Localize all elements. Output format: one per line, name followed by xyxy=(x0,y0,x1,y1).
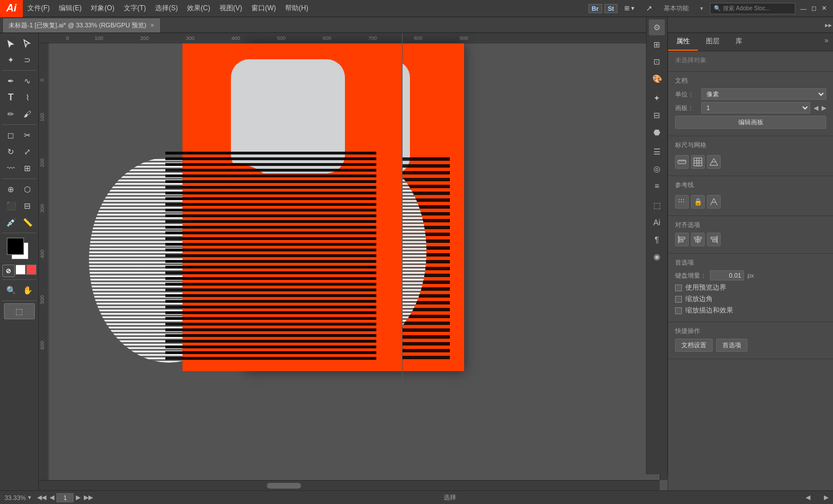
artboard-tool[interactable]: ⬚ xyxy=(4,303,35,319)
appearance-icon-btn[interactable]: ◎ xyxy=(649,161,665,177)
tab-properties[interactable]: 属性 xyxy=(668,33,698,51)
scale-strokes-checkbox[interactable] xyxy=(675,307,682,314)
status-right-area: ◀ ▶ xyxy=(806,494,828,501)
color-guide-icon-btn[interactable]: 🎨 xyxy=(649,71,665,87)
free-transform[interactable]: ⊞ xyxy=(19,160,35,176)
red-swatch[interactable] xyxy=(26,265,36,275)
menu-window[interactable]: 窗口(W) xyxy=(247,0,281,17)
menu-select[interactable]: 选择(S) xyxy=(151,0,182,17)
page-input[interactable] xyxy=(56,493,74,502)
workspace-dropdown[interactable]: ▾ xyxy=(696,5,708,11)
canvas-nav-prev[interactable]: ◀ xyxy=(814,104,818,112)
share-btn[interactable]: ↗ xyxy=(641,4,657,13)
hand-tool[interactable]: ✋ xyxy=(19,282,35,298)
tab-collapse-btn[interactable]: ▸▸ xyxy=(824,21,833,30)
curvature-tool[interactable]: ∿ xyxy=(19,73,35,89)
prefs-btn[interactable]: 首选项 xyxy=(716,339,747,352)
select-tool[interactable] xyxy=(3,35,19,51)
blob-brush[interactable]: 🖌 xyxy=(19,106,35,122)
preview-bounds-checkbox[interactable] xyxy=(675,284,682,291)
align-icon-btn[interactable]: ≡ xyxy=(649,178,665,194)
pen-tool[interactable]: ✒ xyxy=(3,73,19,89)
warp-tool[interactable]: 〰 xyxy=(3,160,19,176)
magic-wand-tool[interactable]: ✦ xyxy=(3,52,19,68)
gradient-tool[interactable]: ⬛ xyxy=(3,198,19,214)
menu-help[interactable]: 帮助(H) xyxy=(281,0,313,17)
measure-tool[interactable]: 📏 xyxy=(19,214,35,230)
mesh-tool[interactable]: ⊟ xyxy=(19,198,35,214)
workspace-label[interactable]: 基本功能 xyxy=(659,4,693,13)
workspace-grid-btn[interactable]: ⊞ ▾ xyxy=(620,5,639,12)
canvas-select[interactable]: 1 xyxy=(701,102,810,113)
stock-btn[interactable]: St xyxy=(604,4,617,13)
graphic-styles-icon-btn[interactable]: ☰ xyxy=(649,144,665,160)
properties-icon-btn[interactable]: ⚙ xyxy=(649,19,665,35)
align-center-h-btn[interactable] xyxy=(691,233,705,246)
align-right-btn[interactable] xyxy=(707,233,721,246)
transform-icon-btn[interactable]: ⬚ xyxy=(649,197,665,213)
first-page-btn[interactable]: ◀◀ xyxy=(36,494,47,501)
libraries-icon-btn[interactable]: ⊞ xyxy=(649,36,665,52)
lock-guides-btn[interactable]: 🔒 xyxy=(691,195,705,209)
close-btn[interactable]: ✕ xyxy=(819,4,828,13)
ruler-icon-btn[interactable] xyxy=(675,155,689,169)
unit-select[interactable]: 像素 xyxy=(701,88,826,100)
white-swatch[interactable] xyxy=(15,265,26,275)
tab-libraries[interactable]: 库 xyxy=(728,33,750,51)
next-page-btn[interactable]: ▶ xyxy=(75,494,82,501)
eyedropper-tool[interactable]: 💉 xyxy=(3,214,19,230)
perspective-grid-icon-btn[interactable] xyxy=(707,155,721,169)
scroll-right-btn[interactable]: ▶ xyxy=(824,494,828,501)
grid-icon-btn[interactable] xyxy=(691,155,705,169)
none-swatch[interactable]: ⊘ xyxy=(2,265,15,277)
menu-effect[interactable]: 效果(C) xyxy=(182,0,215,17)
panel-more-btn[interactable]: » xyxy=(820,33,833,51)
document-tab[interactable]: 未标题-1 [已恢复].ai* @ 33.33% (RGB/GPU 预览) ✕ xyxy=(2,18,161,32)
last-page-btn[interactable]: ▶▶ xyxy=(83,494,94,501)
scale-corners-checkbox[interactable] xyxy=(675,296,682,303)
swatches-icon-btn[interactable]: ✦ xyxy=(649,90,665,106)
minimize-btn[interactable]: — xyxy=(799,4,808,13)
search-bar[interactable]: 🔍 搜索 Adobe Stoc... xyxy=(710,3,795,14)
horizontal-scrollbar[interactable] xyxy=(39,480,660,490)
shape-builder-tool[interactable]: ⊕ xyxy=(3,181,19,197)
symbols-icon-btn[interactable]: ⬣ xyxy=(649,124,665,140)
show-guides-btn[interactable] xyxy=(675,195,689,209)
tab-layers[interactable]: 图层 xyxy=(698,33,728,51)
bridge-btn[interactable]: Br xyxy=(588,4,602,13)
char-styles-icon-btn[interactable]: ◉ xyxy=(649,249,665,265)
scroll-left-btn[interactable]: ◀ xyxy=(806,494,810,501)
restore-btn[interactable]: ◻ xyxy=(809,4,818,13)
scale-tool[interactable]: ⤢ xyxy=(19,144,35,160)
prev-page-btn[interactable]: ◀ xyxy=(48,494,55,501)
scissors-tool[interactable]: ✂ xyxy=(19,127,35,143)
text-tool[interactable]: T xyxy=(3,90,19,105)
smart-guides-btn[interactable] xyxy=(707,195,721,209)
doc-settings-btn[interactable]: 文档设置 xyxy=(675,339,713,352)
foreground-color-swatch[interactable] xyxy=(7,238,24,255)
anchor-tool[interactable]: ⌇ xyxy=(19,90,35,105)
menu-text[interactable]: 文字(T) xyxy=(119,0,151,17)
menu-object[interactable]: 对象(O) xyxy=(86,0,119,17)
navigator-icon-btn[interactable]: ⊡ xyxy=(649,54,665,70)
type-icon-btn[interactable]: ¶ xyxy=(649,231,665,247)
pathfinder-icon-btn[interactable]: Ai xyxy=(649,214,665,230)
horizontal-scroll-thumb[interactable] xyxy=(267,483,301,489)
nudge-input[interactable] xyxy=(710,270,744,281)
menu-edit[interactable]: 编辑(E) xyxy=(54,0,86,17)
tab-close-btn[interactable]: ✕ xyxy=(150,22,155,29)
perspective-tool[interactable]: ⬡ xyxy=(19,181,35,197)
lasso-tool[interactable]: ⊃ xyxy=(19,52,35,68)
rotate-tool[interactable]: ↻ xyxy=(3,144,19,160)
edit-canvas-btn[interactable]: 编辑画板 xyxy=(675,116,826,129)
direct-select-tool[interactable] xyxy=(19,35,35,51)
brushes-icon-btn[interactable]: ⊟ xyxy=(649,107,665,123)
menu-file[interactable]: 文件(F) xyxy=(23,0,54,17)
menu-view[interactable]: 视图(V) xyxy=(215,0,247,17)
zoom-dropdown[interactable]: ▾ xyxy=(28,494,31,501)
zoom-tool[interactable]: 🔍 xyxy=(3,282,19,298)
canvas-nav-next[interactable]: ▶ xyxy=(822,104,826,112)
eraser-tool[interactable]: ◻ xyxy=(3,127,19,143)
brush-tool[interactable]: ✏ xyxy=(3,106,19,122)
align-left-btn[interactable] xyxy=(675,233,689,246)
